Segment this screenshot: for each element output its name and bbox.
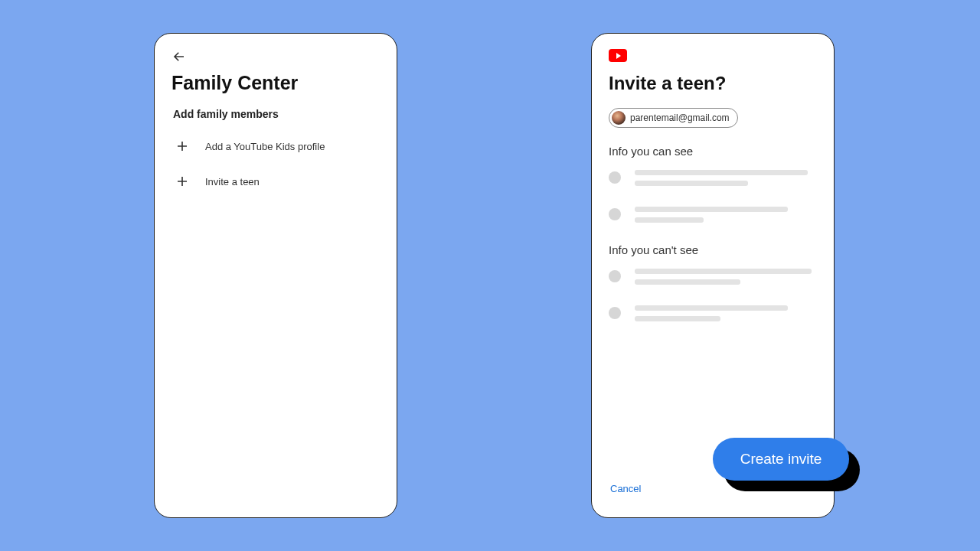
- info-item-placeholder: [609, 305, 817, 327]
- family-center-card: Family Center Add family members Add a Y…: [154, 33, 397, 518]
- section-label: Add family members: [173, 108, 380, 120]
- back-arrow-icon[interactable]: [172, 49, 187, 64]
- avatar: [612, 111, 626, 125]
- page-title: Family Center: [172, 72, 380, 94]
- invite-teen-row[interactable]: Invite a teen: [172, 168, 380, 195]
- cancel-button[interactable]: Cancel: [609, 480, 642, 497]
- info-item-placeholder: [609, 269, 817, 290]
- plus-icon: [175, 174, 190, 189]
- info-cant-see-heading: Info you can't see: [609, 243, 817, 256]
- info-can-see-heading: Info you can see: [609, 145, 817, 158]
- youtube-logo-icon: [609, 49, 627, 62]
- parent-email-chip[interactable]: parentemail@gmail.com: [609, 108, 738, 128]
- invite-teen-card: Invite a teen? parentemail@gmail.com Inf…: [591, 33, 835, 518]
- dialog-title: Invite a teen?: [609, 73, 817, 94]
- create-invite-button[interactable]: Create invite: [713, 438, 849, 481]
- info-item-placeholder: [609, 170, 817, 191]
- create-invite-wrap: Create invite: [713, 438, 849, 481]
- plus-icon: [175, 139, 190, 154]
- parent-email-text: parentemail@gmail.com: [630, 112, 730, 123]
- add-kids-profile-row[interactable]: Add a YouTube Kids profile: [172, 132, 380, 160]
- add-kids-profile-label: Add a YouTube Kids profile: [205, 141, 325, 152]
- invite-teen-label: Invite a teen: [205, 176, 260, 187]
- info-item-placeholder: [609, 207, 817, 228]
